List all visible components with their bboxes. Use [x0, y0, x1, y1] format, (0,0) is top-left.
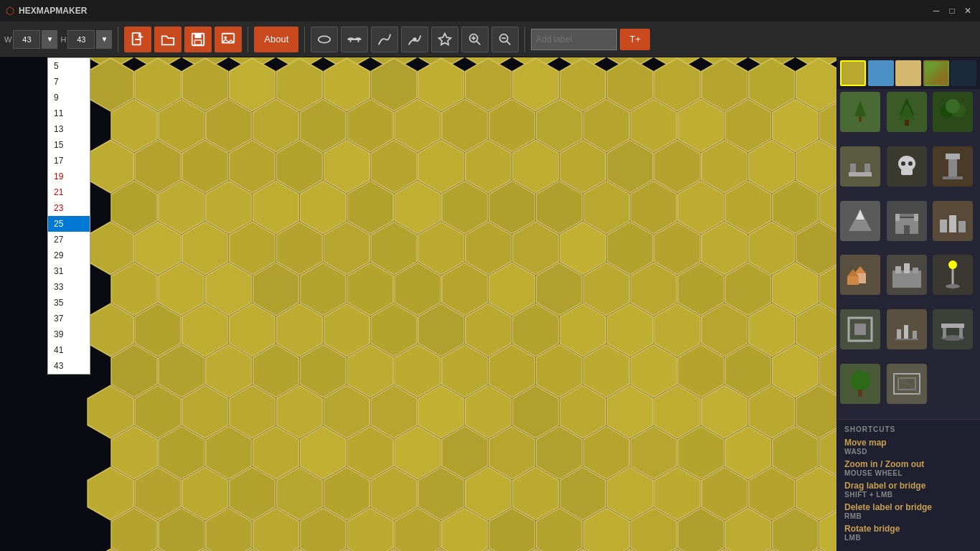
svg-rect-42 — [949, 215, 956, 232]
svg-point-27 — [898, 156, 915, 171]
terrain-icon-large-ruins[interactable] — [887, 364, 927, 404]
swatch-dark[interactable] — [951, 60, 976, 86]
terrain-icon-ruins[interactable] — [840, 146, 880, 187]
svg-rect-63 — [959, 326, 963, 338]
svg-rect-62 — [943, 326, 946, 338]
svg-point-8 — [413, 38, 416, 41]
dropdown-item[interactable]: 43 — [48, 358, 90, 374]
terrain-icon-stone-circle[interactable] — [933, 309, 973, 349]
svg-rect-57 — [897, 329, 901, 339]
svg-point-29 — [901, 161, 905, 166]
svg-marker-35 — [856, 209, 864, 220]
dropdown-item[interactable]: 21 — [48, 184, 90, 200]
open-file-button[interactable] — [154, 27, 182, 52]
dropdown-item[interactable]: 17 — [48, 153, 90, 169]
minimize-button[interactable]: ─ — [930, 4, 943, 17]
titlebar: ⬡ HEXMAPMAKER ─ □ ✕ — [0, 0, 980, 22]
svg-rect-33 — [943, 176, 963, 179]
bridge-tool-button[interactable] — [341, 27, 368, 52]
terrain-icon-city[interactable] — [933, 201, 973, 241]
save-button[interactable] — [184, 27, 212, 52]
terrain-icon-skull[interactable] — [887, 146, 927, 187]
about-button[interactable]: About — [254, 27, 298, 52]
terrain-icon-village[interactable] — [840, 255, 880, 295]
canvas-area[interactable] — [0, 57, 837, 551]
terrain-icon-sparse-trees[interactable] — [840, 92, 880, 132]
shortcuts-title: Shortcuts — [844, 425, 973, 433]
terrain-icon-mountain[interactable] — [840, 201, 880, 241]
svg-rect-43 — [958, 221, 966, 232]
shortcut-zoom-action: Zoom in / Zoom out — [844, 459, 973, 469]
svg-marker-19 — [898, 103, 915, 120]
shortcut-rotate-key: LMB — [844, 534, 973, 542]
shortcut-move-map: Move map WASD — [844, 438, 973, 456]
road-tool-button[interactable] — [401, 27, 428, 52]
dropdown-item[interactable]: 13 — [48, 121, 90, 137]
dropdown-item[interactable]: 39 — [48, 326, 90, 342]
shortcut-drag-action: Drag label or bridge — [844, 481, 973, 491]
svg-rect-26 — [849, 172, 872, 176]
dropdown-item[interactable]: 35 — [48, 295, 90, 311]
dropdown-item[interactable]: 19 — [48, 169, 90, 184]
river-tool-button[interactable] — [371, 27, 398, 52]
dropdown-item[interactable]: 31 — [48, 263, 90, 279]
dropdown-item[interactable]: 41 — [48, 342, 90, 358]
terrain-icon-tower[interactable] — [933, 146, 973, 187]
new-file-button[interactable] — [124, 27, 151, 52]
terrain-swatches — [837, 57, 980, 89]
terrain-icon-large-city[interactable] — [887, 255, 927, 295]
svg-rect-38 — [914, 214, 918, 221]
dropdown-item[interactable]: 27 — [48, 232, 90, 248]
height-dropdown[interactable]: ▼ — [96, 30, 112, 49]
terrain-icon-castle[interactable] — [887, 201, 927, 241]
swatch-forest-edge[interactable] — [923, 60, 949, 86]
hex-icon: ⬡ — [6, 5, 14, 17]
dropdown-item[interactable]: 7 — [48, 74, 90, 90]
svg-rect-40 — [900, 214, 914, 217]
svg-point-53 — [948, 260, 957, 269]
terrain-icon-lamp[interactable] — [933, 255, 973, 295]
select-tool-button[interactable] — [311, 27, 338, 52]
main-area: 5 7 9 11 13 15 17 19 21 23 25 27 29 31 3… — [0, 57, 980, 551]
shortcut-drag: Drag label or bridge SHIFT + LMB — [844, 481, 973, 499]
dropdown-item[interactable]: 23 — [48, 200, 90, 216]
svg-rect-66 — [858, 390, 862, 397]
dropdown-item[interactable]: 15 — [48, 137, 90, 153]
width-dropdown[interactable]: ▼ — [42, 30, 57, 49]
shortcut-zoom-key: MOUSE WHEEL — [844, 469, 973, 477]
dropdown-item[interactable]: 37 — [48, 311, 90, 326]
swatch-grassland[interactable] — [840, 60, 866, 86]
dropdown-item[interactable]: 11 — [48, 105, 90, 121]
height-input[interactable] — [67, 30, 95, 49]
terrain-icon-dense-trees[interactable] — [887, 92, 927, 132]
zoom-in-button[interactable] — [461, 27, 489, 52]
swatch-water[interactable] — [868, 60, 894, 86]
svg-line-10 — [477, 41, 481, 44]
svg-rect-58 — [904, 325, 908, 339]
dropdown-item[interactable]: 5 — [48, 58, 90, 74]
terrain-icon-fort[interactable] — [840, 309, 880, 349]
terrain-icon-ruins2[interactable] — [887, 309, 927, 349]
terrain-icon-big-tree[interactable] — [840, 364, 880, 404]
pattern-tool-button[interactable] — [431, 27, 458, 52]
label-input[interactable] — [531, 29, 617, 50]
add-text-button[interactable]: T+ — [620, 29, 650, 50]
zoom-out-button[interactable] — [491, 27, 519, 52]
width-input[interactable] — [13, 30, 40, 49]
hex-grid-canvas[interactable] — [0, 57, 837, 551]
export-button[interactable] — [215, 27, 242, 52]
dropdown-item[interactable]: 9 — [48, 90, 90, 105]
svg-point-23 — [946, 99, 960, 113]
width-group: W ▼ — [4, 30, 57, 49]
maximize-button[interactable]: □ — [946, 4, 958, 17]
svg-rect-64 — [941, 324, 964, 328]
svg-rect-32 — [946, 154, 960, 159]
close-button[interactable]: ✕ — [961, 4, 974, 17]
swatch-desert[interactable] — [895, 60, 921, 86]
dropdown-item[interactable]: 29 — [48, 248, 90, 263]
height-dropdown-menu[interactable]: 5 7 9 11 13 15 17 19 21 23 25 27 29 31 3… — [47, 57, 90, 375]
dropdown-item-selected[interactable]: 25 — [48, 216, 90, 232]
terrain-icon-forest[interactable] — [933, 92, 973, 132]
dropdown-item[interactable]: 33 — [48, 279, 90, 295]
svg-rect-59 — [913, 331, 917, 339]
